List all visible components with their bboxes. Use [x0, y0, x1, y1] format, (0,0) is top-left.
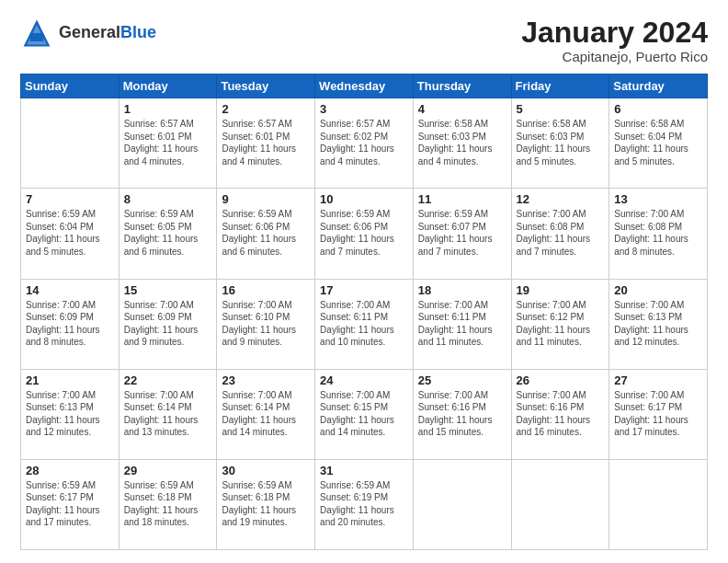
week-row-2: 7Sunrise: 6:59 AM Sunset: 6:04 PM Daylig… — [21, 189, 708, 279]
weekday-header-thursday: Thursday — [413, 75, 511, 98]
calendar-cell: 12Sunrise: 7:00 AM Sunset: 6:08 PM Dayli… — [511, 189, 609, 279]
calendar-cell: 5Sunrise: 6:58 AM Sunset: 6:03 PM Daylig… — [511, 98, 609, 189]
logo-general: General — [59, 23, 120, 41]
weekday-header-tuesday: Tuesday — [217, 75, 315, 98]
day-number: 3 — [320, 102, 408, 116]
weekday-header-wednesday: Wednesday — [315, 75, 414, 98]
calendar-cell — [413, 459, 511, 549]
day-info: Sunrise: 7:00 AM Sunset: 6:17 PM Dayligh… — [614, 389, 702, 439]
day-number: 21 — [26, 373, 114, 387]
month-title: January 2024 — [521, 17, 708, 49]
week-row-4: 21Sunrise: 7:00 AM Sunset: 6:13 PM Dayli… — [21, 369, 708, 459]
day-number: 22 — [124, 373, 212, 387]
day-info: Sunrise: 7:00 AM Sunset: 6:15 PM Dayligh… — [320, 389, 408, 439]
calendar-cell: 27Sunrise: 7:00 AM Sunset: 6:17 PM Dayli… — [609, 369, 708, 459]
weekday-header-monday: Monday — [119, 75, 217, 98]
calendar-cell: 13Sunrise: 7:00 AM Sunset: 6:08 PM Dayli… — [609, 189, 708, 279]
day-info: Sunrise: 6:59 AM Sunset: 6:18 PM Dayligh… — [124, 479, 212, 529]
calendar-cell: 16Sunrise: 7:00 AM Sunset: 6:10 PM Dayli… — [217, 279, 315, 369]
day-info: Sunrise: 7:00 AM Sunset: 6:16 PM Dayligh… — [517, 389, 605, 439]
day-number: 12 — [517, 192, 605, 206]
calendar-cell: 29Sunrise: 6:59 AM Sunset: 6:18 PM Dayli… — [119, 459, 217, 549]
location-subtitle: Capitanejo, Puerto Rico — [521, 49, 708, 64]
calendar-cell: 18Sunrise: 7:00 AM Sunset: 6:11 PM Dayli… — [413, 279, 511, 369]
calendar-cell: 24Sunrise: 7:00 AM Sunset: 6:15 PM Dayli… — [315, 369, 414, 459]
logo-icon — [20, 17, 53, 50]
week-row-5: 28Sunrise: 6:59 AM Sunset: 6:17 PM Dayli… — [21, 459, 708, 549]
day-number: 16 — [222, 283, 310, 297]
day-info: Sunrise: 6:58 AM Sunset: 6:03 PM Dayligh… — [517, 118, 605, 167]
day-number: 8 — [124, 192, 212, 206]
calendar-cell: 26Sunrise: 7:00 AM Sunset: 6:16 PM Dayli… — [511, 369, 609, 459]
day-info: Sunrise: 6:59 AM Sunset: 6:17 PM Dayligh… — [26, 479, 114, 529]
day-info: Sunrise: 6:59 AM Sunset: 6:19 PM Dayligh… — [320, 479, 408, 529]
svg-rect-2 — [30, 33, 43, 41]
calendar-cell — [609, 459, 708, 549]
day-number: 6 — [614, 102, 702, 116]
day-number: 26 — [517, 373, 605, 387]
day-info: Sunrise: 6:59 AM Sunset: 6:18 PM Dayligh… — [222, 479, 310, 529]
day-number: 30 — [222, 464, 310, 477]
calendar-cell: 28Sunrise: 6:59 AM Sunset: 6:17 PM Dayli… — [21, 459, 119, 549]
calendar-cell: 8Sunrise: 6:59 AM Sunset: 6:05 PM Daylig… — [119, 189, 217, 279]
day-number: 14 — [26, 283, 114, 297]
day-number: 11 — [418, 192, 506, 206]
day-info: Sunrise: 6:58 AM Sunset: 6:03 PM Dayligh… — [418, 118, 506, 167]
day-number: 5 — [517, 102, 605, 116]
week-row-1: 1Sunrise: 6:57 AM Sunset: 6:01 PM Daylig… — [21, 98, 708, 189]
weekday-header-friday: Friday — [511, 75, 609, 98]
calendar-cell: 4Sunrise: 6:58 AM Sunset: 6:03 PM Daylig… — [413, 98, 511, 189]
day-info: Sunrise: 7:00 AM Sunset: 6:13 PM Dayligh… — [614, 299, 702, 349]
calendar-cell: 30Sunrise: 6:59 AM Sunset: 6:18 PM Dayli… — [217, 459, 315, 549]
day-number: 24 — [320, 373, 408, 387]
calendar-cell: 19Sunrise: 7:00 AM Sunset: 6:12 PM Dayli… — [511, 279, 609, 369]
calendar-cell — [21, 98, 119, 189]
day-info: Sunrise: 7:00 AM Sunset: 6:09 PM Dayligh… — [26, 299, 114, 349]
day-info: Sunrise: 7:00 AM Sunset: 6:10 PM Dayligh… — [222, 299, 310, 349]
day-info: Sunrise: 7:00 AM Sunset: 6:11 PM Dayligh… — [320, 299, 408, 349]
day-info: Sunrise: 6:58 AM Sunset: 6:04 PM Dayligh… — [614, 118, 702, 167]
day-number: 4 — [418, 102, 506, 116]
day-number: 15 — [124, 283, 212, 297]
day-info: Sunrise: 6:57 AM Sunset: 6:01 PM Dayligh… — [124, 118, 212, 167]
calendar-cell: 1Sunrise: 6:57 AM Sunset: 6:01 PM Daylig… — [119, 98, 217, 189]
calendar-cell: 3Sunrise: 6:57 AM Sunset: 6:02 PM Daylig… — [315, 98, 414, 189]
day-number: 17 — [320, 283, 408, 297]
calendar-cell — [511, 459, 609, 549]
logo-blue: Blue — [120, 23, 156, 41]
day-info: Sunrise: 7:00 AM Sunset: 6:13 PM Dayligh… — [26, 389, 114, 439]
day-info: Sunrise: 6:59 AM Sunset: 6:07 PM Dayligh… — [418, 208, 506, 258]
day-number: 27 — [614, 373, 702, 387]
day-number: 1 — [124, 102, 212, 116]
logo: GeneralBlue — [20, 17, 156, 50]
calendar-cell: 31Sunrise: 6:59 AM Sunset: 6:19 PM Dayli… — [315, 459, 414, 549]
calendar-cell: 17Sunrise: 7:00 AM Sunset: 6:11 PM Dayli… — [315, 279, 414, 369]
day-info: Sunrise: 6:59 AM Sunset: 6:06 PM Dayligh… — [222, 208, 310, 258]
calendar-cell: 10Sunrise: 6:59 AM Sunset: 6:06 PM Dayli… — [315, 189, 414, 279]
calendar-cell: 25Sunrise: 7:00 AM Sunset: 6:16 PM Dayli… — [413, 369, 511, 459]
logo-text: GeneralBlue — [59, 24, 156, 42]
day-info: Sunrise: 7:00 AM Sunset: 6:09 PM Dayligh… — [124, 299, 212, 349]
weekday-header-sunday: Sunday — [21, 75, 119, 98]
header: GeneralBlue January 2024 Capitanejo, Pue… — [20, 17, 708, 64]
day-number: 7 — [26, 192, 114, 206]
day-info: Sunrise: 6:59 AM Sunset: 6:04 PM Dayligh… — [26, 208, 114, 258]
page: GeneralBlue January 2024 Capitanejo, Pue… — [0, 0, 728, 563]
title-block: January 2024 Capitanejo, Puerto Rico — [521, 17, 708, 64]
day-number: 10 — [320, 192, 408, 206]
day-info: Sunrise: 6:57 AM Sunset: 6:01 PM Dayligh… — [222, 118, 310, 167]
calendar-cell: 9Sunrise: 6:59 AM Sunset: 6:06 PM Daylig… — [217, 189, 315, 279]
day-number: 23 — [222, 373, 310, 387]
day-info: Sunrise: 6:59 AM Sunset: 6:05 PM Dayligh… — [124, 208, 212, 258]
day-number: 2 — [222, 102, 310, 116]
day-number: 31 — [320, 464, 408, 477]
day-number: 28 — [26, 464, 114, 477]
day-info: Sunrise: 6:59 AM Sunset: 6:06 PM Dayligh… — [320, 208, 408, 258]
calendar-table: SundayMondayTuesdayWednesdayThursdayFrid… — [20, 74, 708, 550]
calendar-cell: 20Sunrise: 7:00 AM Sunset: 6:13 PM Dayli… — [609, 279, 708, 369]
calendar-cell: 15Sunrise: 7:00 AM Sunset: 6:09 PM Dayli… — [119, 279, 217, 369]
day-number: 20 — [614, 283, 702, 297]
weekday-header-saturday: Saturday — [609, 75, 708, 98]
calendar-cell: 6Sunrise: 6:58 AM Sunset: 6:04 PM Daylig… — [609, 98, 708, 189]
calendar-cell: 11Sunrise: 6:59 AM Sunset: 6:07 PM Dayli… — [413, 189, 511, 279]
